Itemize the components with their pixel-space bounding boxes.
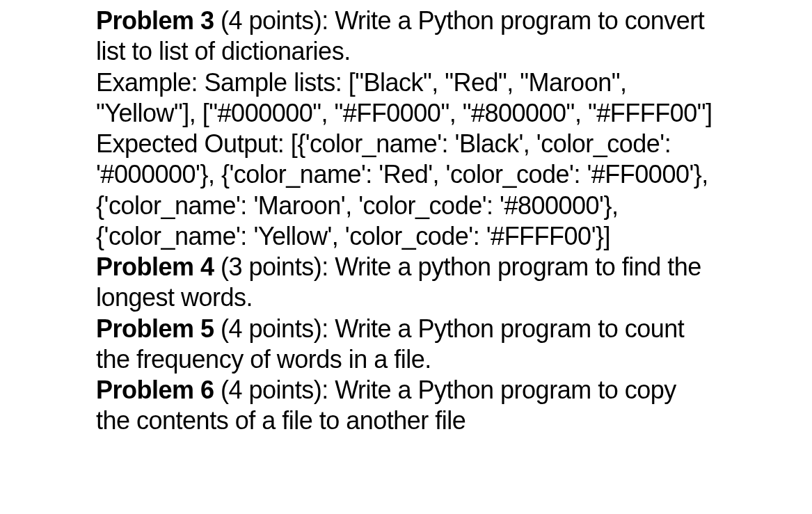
problem-4: Problem 4 (3 points): Write a python pro… xyxy=(96,252,713,314)
problem-4-line: Problem 4 (3 points): Write a python pro… xyxy=(96,252,713,314)
problem-4-points: (3 points): xyxy=(214,252,335,281)
problem-6-line: Problem 6 (4 points): Write a Python pro… xyxy=(96,375,713,437)
problem-3-example: Example: Sample lists: ["Black", "Red", … xyxy=(96,67,713,129)
problem-3-expected: Expected Output: [{'color_name': 'Black'… xyxy=(96,129,713,252)
problem-3: Problem 3 (4 points): Write a Python pro… xyxy=(96,6,713,252)
problem-5-points: (4 points): xyxy=(214,314,335,343)
problem-6-title: Problem 6 xyxy=(96,376,214,404)
problem-3-line1: Problem 3 (4 points): Write a Python pro… xyxy=(96,6,713,67)
problem-5: Problem 5 (4 points): Write a Python pro… xyxy=(96,314,713,376)
problem-3-expected-label: Expected Output: xyxy=(96,129,291,158)
problem-3-title: Problem 3 xyxy=(96,6,214,35)
problem-6: Problem 6 (4 points): Write a Python pro… xyxy=(96,375,713,437)
problem-3-example-label: Example: Sample lists: xyxy=(96,68,349,97)
problem-6-points: (4 points): xyxy=(214,376,335,404)
problem-3-points: (4 points): xyxy=(214,6,335,35)
problem-5-title: Problem 5 xyxy=(96,314,214,343)
problem-4-title: Problem 4 xyxy=(96,252,214,281)
problem-5-line: Problem 5 (4 points): Write a Python pro… xyxy=(96,314,713,376)
